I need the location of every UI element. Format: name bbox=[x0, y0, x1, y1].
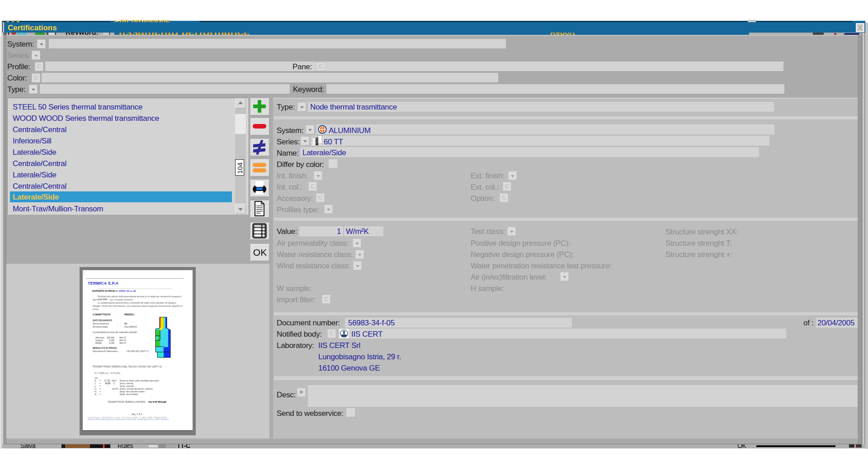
svg-text:[largh. lato pannello isolant.: [largh. lato pannello isolant. bbox=[120, 391, 145, 393]
svg-text::: : bbox=[113, 393, 113, 396]
svg-text:=: = bbox=[99, 388, 101, 390]
svg-text::: : bbox=[118, 322, 118, 325]
svg-text:=: = bbox=[99, 382, 101, 385]
svg-text:50: 50 bbox=[124, 322, 127, 325]
svg-text:160.000: 160.000 bbox=[107, 337, 115, 339]
svg-text:=: = bbox=[99, 380, 101, 382]
svg-text:con il metodo numerico.: con il metodo numerico. bbox=[109, 298, 133, 301]
svg-text:=: = bbox=[99, 385, 101, 387]
svg-text:[temp. interna]: [temp. interna] bbox=[120, 382, 133, 385]
svg-text:Alluminio: Alluminio bbox=[95, 337, 104, 339]
svg-text:EPDM: EPDM bbox=[95, 342, 102, 344]
svg-text:[flusso di calore totale (prof: [flusso di calore totale (profilato+pann… bbox=[120, 380, 159, 382]
svg-text:W/m°K: W/m°K bbox=[119, 342, 127, 344]
svg-text:ALLUMINIO: ALLUMINIO bbox=[124, 325, 137, 328]
svg-text:12554-54-a-02: 12554-54-a-02 bbox=[118, 290, 136, 293]
svg-text:TRASMITTANZA TERMICA UNITARIA: TRASMITTANZA TERMICA UNITARIA bbox=[108, 401, 146, 403]
svg-text:[temp. esterna]: [temp. esterna] bbox=[120, 385, 134, 387]
svg-text:W/m°K: W/m°K bbox=[119, 337, 127, 339]
svg-text:t₂: t₂ bbox=[94, 385, 96, 387]
svg-text:con:: con: bbox=[94, 377, 99, 379]
svg-text:Isolante: Isolante bbox=[95, 339, 103, 342]
svg-text:COMMITTENTE: COMMITTENTE bbox=[93, 313, 111, 316]
svg-text:UNI EN ISO 10077-2: UNI EN ISO 10077-2 bbox=[127, 350, 149, 353]
svg-text:TRASMITTANZA TERMICA DEL TELAI: TRASMITTANZA TERMICA DEL TELAIO (UNI EN … bbox=[92, 365, 162, 368]
svg-text::: : bbox=[118, 350, 119, 353]
svg-text:[trasm. termica del pannel. i: [trasm. termica del pannel. isolante] bbox=[120, 388, 153, 390]
svg-text:giorno: giorno bbox=[93, 298, 99, 301]
svg-text:Conducibilità termica dei mate: Conducibilità termica dei materiali util… bbox=[93, 331, 137, 334]
svg-text:RAPPORTO DI PROVA n°: RAPPORTO DI PROVA n° bbox=[92, 290, 118, 292]
svg-text:5-02-2002: 5-02-2002 bbox=[99, 298, 108, 300]
svg-text:w₁: w₁ bbox=[94, 393, 97, 396]
svg-text:=: = bbox=[99, 393, 101, 396]
svg-text::: : bbox=[113, 391, 113, 393]
svg-text:DATI DICHIARATI: DATI DICHIARATI bbox=[93, 319, 112, 322]
svg-text:pag. 1 di 3: pag. 1 di 3 bbox=[132, 413, 142, 415]
svg-text:Struttura telaio: Struttura telaio bbox=[93, 325, 108, 328]
svg-text:d(m²K): d(m²K) bbox=[112, 388, 119, 390]
svg-text:W/m°K: W/m°K bbox=[119, 339, 127, 342]
svg-text:Rinnovato all'esecuzione della: Rinnovato all'esecuzione della prova si … bbox=[88, 419, 169, 420]
svg-text:[largh. lato profilato]: [largh. lato profilato] bbox=[120, 393, 138, 396]
svg-text:TERMICA S.P.A: TERMICA S.P.A bbox=[88, 281, 118, 286]
svg-text:17.632: 17.632 bbox=[104, 380, 110, 382]
svg-text:0.250: 0.250 bbox=[109, 342, 114, 344]
svg-text:W/m: W/m bbox=[112, 380, 117, 382]
svg-text:=: = bbox=[99, 391, 101, 393]
svg-text:°C: °C bbox=[113, 382, 115, 385]
svg-text:-.-: -.- bbox=[108, 385, 110, 387]
svg-text:MODALITÀ DI PROVA: MODALITÀ DI PROVA bbox=[93, 347, 117, 349]
svg-text:prova.: prova. bbox=[93, 308, 99, 310]
svg-text:20.00: 20.00 bbox=[105, 382, 111, 385]
svg-text:U₁ = (Q/(t₁-t₂) - U₂*w₂)/w₁: U₁ = (Q/(t₁-t₂) - U₂*w₂)/w₁ bbox=[94, 372, 121, 374]
svg-text::: : bbox=[118, 313, 118, 316]
svg-text:Normativa di riferimento: Normativa di riferimento bbox=[93, 350, 118, 353]
svg-text:allegato, fornito dal Committe: allegato, fornito dal Committente, che c… bbox=[93, 305, 182, 307]
svg-text:Denominazione: Denominazione bbox=[93, 322, 109, 325]
svg-text:0.035: 0.035 bbox=[109, 339, 114, 342]
svg-text:U₂: U₂ bbox=[94, 388, 97, 390]
svg-text::: : bbox=[113, 385, 113, 387]
svg-text:w₂: w₂ bbox=[94, 391, 97, 393]
svg-text:PROFILI: PROFILI bbox=[124, 313, 135, 316]
svg-text:t₁: t₁ bbox=[94, 382, 96, 385]
svg-text:Q: Q bbox=[94, 380, 96, 382]
svg-text:Le caratteristiche geometriche: Le caratteristiche geometriche e struttu… bbox=[98, 301, 176, 304]
svg-text:Risultato del calcolo della tr: Risultato del calcolo della trasmittanza… bbox=[98, 295, 182, 298]
svg-text:Capitale Sociale L.1.000.000.0: Capitale Sociale L.1.000.000.000 int. ve… bbox=[88, 417, 167, 419]
svg-text:Uw 6.50 W/mqK: Uw 6.50 W/mqK bbox=[148, 400, 166, 403]
svg-text::: : bbox=[118, 325, 118, 328]
